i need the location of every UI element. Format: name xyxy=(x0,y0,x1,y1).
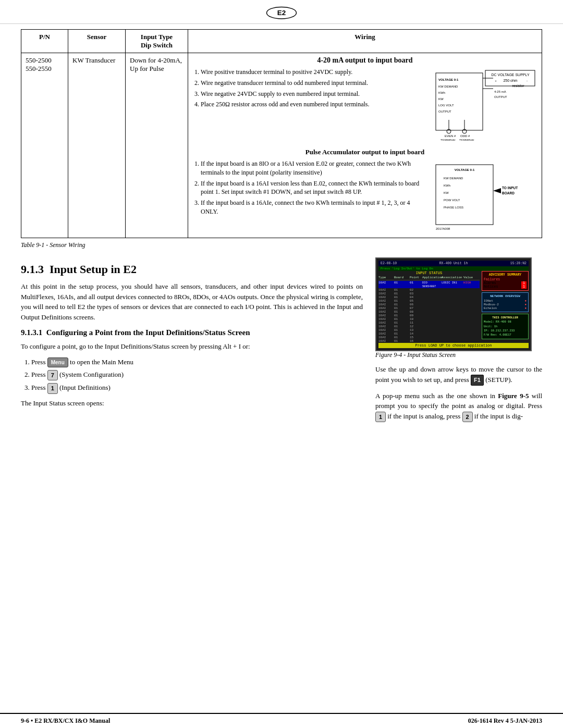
svg-text:KW: KW xyxy=(438,97,444,101)
screen-row: 16AI0110 xyxy=(378,317,480,321)
svg-marker-34 xyxy=(493,188,501,193)
screen-right-panel: ADVISORY SUMMARY Failures Alarms 1 Notic… xyxy=(482,271,529,343)
svg-text:E2: E2 xyxy=(277,9,286,17)
svg-rect-27 xyxy=(436,165,493,225)
section-913-heading: 9.1.3 Input Setup in E2 xyxy=(21,263,363,276)
advisory-panel: ADVISORY SUMMARY Failures Alarms 1 Notic… xyxy=(482,271,529,291)
table-row: 550-2500 550-2550 KW Transducer Down for… xyxy=(21,53,542,238)
figure-4-caption: Figure 9-4 - Input Status Screen xyxy=(375,351,542,359)
page-footer: 9-6 • E2 RX/BX/CX I&O Manual 026-1614 Re… xyxy=(0,713,563,728)
screen-row: 16AI0111 xyxy=(378,321,480,325)
controller-ip: IP: 10.212.237.233 xyxy=(484,329,527,333)
col-assoc: Association xyxy=(442,276,462,279)
subsection-9131-heading: 9.1.3.1 Configuring a Point from the Inp… xyxy=(21,328,363,337)
advisory-alarms-row: Alarms 1 xyxy=(484,281,527,285)
cell-pn: 550-2500 550-2550 xyxy=(21,53,68,238)
screen-nav-bar: Press 'Log In/Out' to Log On xyxy=(378,266,529,271)
section-913-left: 9.1.3 Input Setup in E2 At this point in… xyxy=(21,257,363,413)
body-text-popup: A pop-up menu such as the one shown in F… xyxy=(375,391,542,422)
screen-col-headers: Type Board Point Application Association… xyxy=(378,276,480,280)
network-modbus-row: Modbus-2 ● xyxy=(484,303,527,306)
wiring-diagram-1: DC VOLTAGE SUPPLY + - 250 ohm resistor xyxy=(433,68,537,143)
screen-row: 16AI0114 xyxy=(378,332,480,336)
advisory-title: ADVISORY SUMMARY xyxy=(484,273,527,277)
footer-right: 026-1614 Rev 4 5-JAN-2013 xyxy=(468,717,542,725)
f1-key-btn[interactable]: F1 xyxy=(471,375,484,386)
ionet-label: IONet xyxy=(484,299,493,303)
svg-text:KW DEMAND: KW DEMAND xyxy=(444,177,463,180)
screen-row: 16AI0104 xyxy=(378,295,480,299)
wiring-step-1-3: Wire negative 24VDC supply to even numbe… xyxy=(201,90,428,98)
section-913-right: E2-08-10 RX-400 Unit 1h 15:28:N2 Press '… xyxy=(375,257,542,427)
pulse-step-2: If the input board is a 16AI version les… xyxy=(201,179,428,197)
screen-row: 16AI0116 xyxy=(378,339,480,343)
input-status-screen: E2-08-10 RX-400 Unit 1h 15:28:N2 Press '… xyxy=(375,257,532,351)
input-status-title: INPUT STATUS xyxy=(378,271,480,275)
svg-text:OUTPUT: OUTPUT xyxy=(494,95,507,98)
screen-row: 16AI0103 xyxy=(378,292,480,295)
col-header-wiring: Wiring xyxy=(188,30,542,53)
key-1-btn[interactable]: 1 xyxy=(47,383,58,394)
dc-voltage-diagram: DC VOLTAGE SUPPLY + - 250 ohm resistor xyxy=(433,68,537,141)
svg-text:+: + xyxy=(495,79,497,82)
screen-row: 16AI0106 xyxy=(378,303,480,306)
wiring-list-2: If the input board is an 8IO or a 16AI v… xyxy=(192,159,428,216)
svg-text:TO INPUT: TO INPUT xyxy=(502,186,518,190)
svg-text:KWh: KWh xyxy=(444,184,450,187)
controller-fw: F/W Rev: 4.08E17 xyxy=(484,333,527,337)
screen-row: 16AI0112 xyxy=(378,325,480,328)
svg-text:250 ohm: 250 ohm xyxy=(503,79,517,82)
key-7-btn[interactable]: 7 xyxy=(47,370,58,381)
svg-text:ODD #: ODD # xyxy=(460,134,470,138)
screen-top-center: RX-400 Unit 1h xyxy=(439,262,468,265)
alarms-label: Alarms xyxy=(484,281,496,285)
col-type: Type xyxy=(378,276,393,279)
pulse-section: Pulse Accumulator output to input board … xyxy=(192,148,537,235)
col-point: Point xyxy=(410,276,421,279)
svg-text:EVEN #: EVEN # xyxy=(445,134,456,138)
step-1: Press Menu to open the Main Menu xyxy=(31,357,363,368)
screen-row: 16AI0115 xyxy=(378,336,480,339)
screen-row: 16AI0109 xyxy=(378,314,480,317)
svg-text:resistor: resistor xyxy=(512,84,525,88)
wiring-content-2: If the input board is an 8IO or a 16AI v… xyxy=(192,159,537,235)
key-1-analog-btn[interactable]: 1 xyxy=(375,412,386,423)
wiring-instructions-1: Wire positive transducer terminal to pos… xyxy=(192,68,428,143)
svg-text:OUTPUT: OUTPUT xyxy=(438,110,451,113)
page-header: E2 xyxy=(0,0,563,24)
svg-text:VOLTAGE 0-1: VOLTAGE 0-1 xyxy=(438,78,459,81)
col-header-pn: P/N xyxy=(21,30,68,53)
svg-rect-8 xyxy=(436,73,483,130)
echelon-status: ● xyxy=(524,306,527,310)
wiring-step-1-2: Wire negative transducer terminal to odd… xyxy=(201,79,428,88)
controller-model: Model: RX-400 08 xyxy=(484,320,527,324)
svg-text:POW VOLT: POW VOLT xyxy=(444,199,460,202)
col-val: Value xyxy=(463,276,476,279)
pulse-section-title: Pulse Accumulator output to input board xyxy=(192,148,537,156)
cell-input-type: Down for 4-20mA, Up for Pulse xyxy=(126,53,188,238)
wiring-list-1: Wire positive transducer terminal to pos… xyxy=(192,68,428,109)
modbus-label: Modbus-2 xyxy=(484,303,499,306)
pn-1: 550-2500 xyxy=(26,56,52,64)
svg-text:-: - xyxy=(527,79,528,82)
network-panel: NETWORK OVERVIEW IONet ● Modbus-2 ● xyxy=(482,292,529,312)
svg-text:2017A008: 2017A008 xyxy=(436,227,450,230)
modbus-status: ● xyxy=(524,303,527,306)
network-ionet-row: IONet ● xyxy=(484,299,527,303)
page-wrapper: E2 P/N Sensor Input TypeDip Switch Wirin… xyxy=(0,0,563,728)
key-2-digital-btn[interactable]: 2 xyxy=(462,412,473,423)
menu-key-btn[interactable]: Menu xyxy=(47,357,68,367)
cell-sensor: KW Transducer xyxy=(68,53,126,238)
advisory-label: Failures xyxy=(484,278,527,281)
wiring-step-1-4: Place 250Ω resistor across odd and even … xyxy=(201,100,428,109)
screen-top-right: 15:28:N2 xyxy=(510,262,527,265)
screen-row: 16AI0108 xyxy=(378,310,480,314)
svg-text:KW DEMAND: KW DEMAND xyxy=(438,85,458,88)
subsection-9131-body1: To configure a point, go to the Input De… xyxy=(21,341,363,352)
screen-row: 16AI0113 xyxy=(378,328,480,332)
section-913-layout: 9.1.3 Input Setup in E2 At this point in… xyxy=(21,257,542,427)
screen-left-panel: INPUT STATUS Type Board Point Applicatio… xyxy=(378,271,480,343)
cell-wiring: 4-20 mA output to input board Wire posit… xyxy=(188,53,542,238)
svg-text:PHASE LOSS: PHASE LOSS xyxy=(444,206,463,209)
input-type-label: Input TypeDip Switch xyxy=(141,33,173,49)
